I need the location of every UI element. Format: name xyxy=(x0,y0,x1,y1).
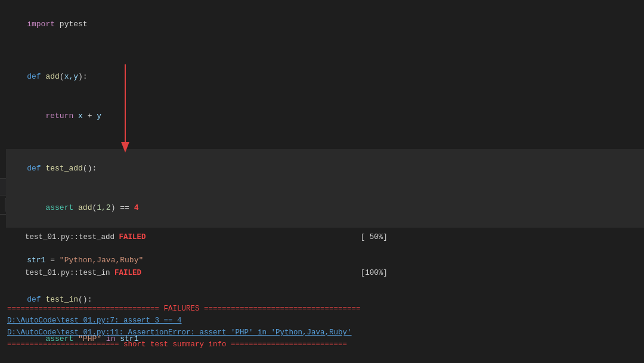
keyword-return: return xyxy=(45,111,78,120)
module-pytest: pytest xyxy=(60,20,88,29)
fn-add: add xyxy=(45,72,59,81)
code-line-4: return x + y xyxy=(6,97,644,136)
keyword-in: in xyxy=(106,334,120,343)
keyword-assert-1: assert xyxy=(45,203,78,212)
code-line-3: def add(x,y): xyxy=(6,57,644,97)
keyword-def: def xyxy=(27,72,45,81)
params-xy: x,y xyxy=(64,72,78,81)
code-line-12 xyxy=(6,359,644,363)
assert-value: 4 xyxy=(134,203,139,212)
code-editor[interactable]: import pytest def add(x,y): return x + y… xyxy=(0,0,644,179)
keyword-import: import xyxy=(27,20,60,29)
fn-test-add: test_add xyxy=(45,164,82,173)
code-line-8 xyxy=(6,228,644,241)
code-line-2 xyxy=(6,44,644,57)
code-line-10: def test_in(): xyxy=(6,280,644,319)
code-line-6: def test_add(): xyxy=(6,149,644,188)
code-line-1: import pytest xyxy=(6,5,644,44)
keyword-def-2: def xyxy=(27,164,45,173)
keyword-def-3: def xyxy=(27,295,45,304)
keyword-assert-2: assert xyxy=(45,334,78,343)
code-line-7: assert add(1,2) == 4 xyxy=(6,188,644,228)
code-line-11: assert "PHP" in str1 xyxy=(6,319,644,359)
code-line-9: str1 = "Python,Java,Ruby" xyxy=(6,241,644,280)
fn-test-in: test_in xyxy=(45,295,78,304)
code-line-5 xyxy=(6,136,644,149)
